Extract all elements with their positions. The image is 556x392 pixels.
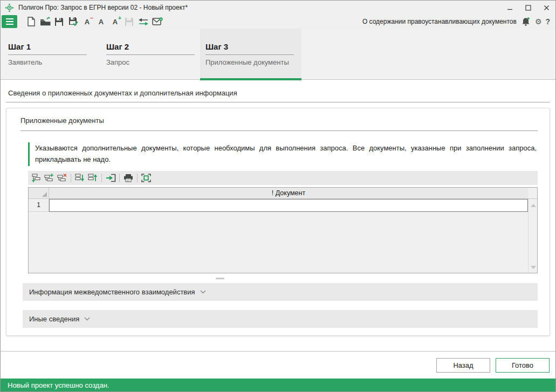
notifications-bell-icon[interactable]: [520, 16, 531, 27]
step-tabs: Шаг 1 Заявитель Шаг 2 Запрос Шаг 3 Прило…: [1, 29, 555, 80]
document-input[interactable]: [49, 199, 528, 212]
attached-documents-panel: Приложенные документы Указываются дополн…: [6, 108, 550, 336]
move-row-down-icon[interactable]: [74, 172, 86, 184]
move-row-up-icon[interactable]: [87, 172, 99, 184]
column-header-document[interactable]: ! Документ: [49, 188, 528, 199]
section-label: Информация межведомственного взаимодейст…: [29, 288, 195, 296]
info-note: Указываются дополнительные документы, ко…: [28, 142, 538, 166]
maximize-button[interactable]: [519, 1, 537, 15]
step-2-title: Шаг 2: [106, 42, 195, 55]
status-bar: Новый проект успешно создан.: [1, 379, 555, 391]
active-tab-indicator: [200, 78, 301, 80]
font-size-icon[interactable]: A: [95, 15, 107, 28]
status-message: Новый проект успешно создан.: [8, 381, 109, 389]
panel-title: Приложенные документы: [20, 116, 538, 125]
section-divider: [6, 102, 550, 102]
toolbar-icons: A– A A+: [25, 15, 163, 28]
settings-gear-icon[interactable]: ⚙: [535, 18, 542, 25]
table-header-row: ! Документ: [29, 188, 537, 199]
table-corner-cell[interactable]: [29, 188, 49, 199]
toolbar-separator: [71, 174, 71, 182]
done-button[interactable]: Готово: [496, 358, 550, 373]
window-controls: [500, 1, 555, 15]
chevron-down-icon: [84, 317, 90, 321]
tab-step-1[interactable]: Шаг 1 Заявитель: [8, 29, 99, 79]
content-area: Сведения о приложенных документах и допо…: [1, 80, 555, 351]
menu-icon[interactable]: [2, 15, 17, 28]
app-logo-icon: [5, 3, 14, 12]
main-toolbar: A– A A+: [1, 15, 555, 29]
insert-row-icon[interactable]: [43, 172, 55, 184]
close-button[interactable]: [537, 1, 555, 15]
step-3-subtitle: Приложенные документы: [205, 58, 301, 66]
footer: Назад Готово: [1, 352, 555, 379]
mail-icon[interactable]: [151, 15, 163, 28]
help-icon[interactable]: ?: [545, 18, 550, 25]
tab-step-2[interactable]: Шаг 2 Запрос: [106, 29, 195, 79]
save-check-icon[interactable]: [67, 15, 79, 28]
toolbar-separator: [137, 174, 138, 182]
delete-row-icon[interactable]: [56, 172, 68, 184]
section-title: Сведения о приложенных документах и допо…: [8, 89, 555, 97]
open-folder-icon[interactable]: [39, 15, 51, 28]
transfer-arrows-icon[interactable]: [137, 15, 149, 28]
title-docs-link[interactable]: О содержании правоустанавливающих докуме…: [362, 18, 517, 25]
step-1-title: Шаг 1: [8, 42, 87, 55]
font-decrease-icon[interactable]: A–: [81, 15, 93, 28]
document-cell: [49, 199, 528, 212]
new-document-icon[interactable]: [25, 15, 37, 28]
toolbar-separator: [119, 174, 120, 182]
grid-toolbar: [28, 171, 538, 185]
documents-table: ! Документ 1: [28, 187, 538, 273]
panel-divider: [20, 130, 538, 131]
table-scrollbar[interactable]: [528, 199, 537, 273]
minimize-button[interactable]: [500, 1, 519, 15]
step-1-subtitle: Заявитель: [8, 58, 99, 66]
step-3-title: Шаг 3: [205, 42, 294, 55]
table-header-spacer: [528, 188, 537, 199]
add-row-icon[interactable]: [30, 172, 42, 184]
expand-table-icon[interactable]: [140, 172, 152, 184]
table-resize-handle[interactable]: [216, 278, 224, 279]
table-row: 1: [29, 199, 537, 212]
print-icon[interactable]: [122, 172, 134, 184]
app-window: Полигон Про: Запрос в ЕГРН версии 02 - Н…: [0, 0, 556, 392]
title-bar: Полигон Про: Запрос в ЕГРН версии 02 - Н…: [1, 1, 555, 15]
back-button[interactable]: Назад: [436, 358, 490, 373]
chevron-down-icon: [200, 290, 206, 294]
toolbar-right: О содержании правоустанавливающих докуме…: [362, 16, 550, 27]
font-increase-icon[interactable]: A+: [109, 15, 121, 28]
import-rows-icon[interactable]: [105, 172, 116, 184]
section-interagency-cooperation[interactable]: Информация межведомственного взаимодейст…: [23, 283, 538, 301]
select-all-triangle-icon: [42, 192, 47, 197]
save-disabled-icon: [123, 15, 135, 28]
save-icon[interactable]: [53, 15, 65, 28]
step-2-subtitle: Запрос: [106, 58, 195, 66]
window-title: Полигон Про: Запрос в ЕГРН версии 02 - Н…: [18, 4, 188, 11]
tab-step-3-active[interactable]: Шаг 3 Приложенные документы: [200, 29, 301, 80]
scroll-up-icon[interactable]: [531, 204, 536, 207]
row-number-cell[interactable]: 1: [29, 199, 49, 212]
section-other-information[interactable]: Иные сведения: [23, 310, 538, 328]
section-label: Иные сведения: [29, 315, 79, 323]
toolbar-separator: [101, 174, 102, 182]
scroll-down-icon[interactable]: [531, 266, 536, 269]
